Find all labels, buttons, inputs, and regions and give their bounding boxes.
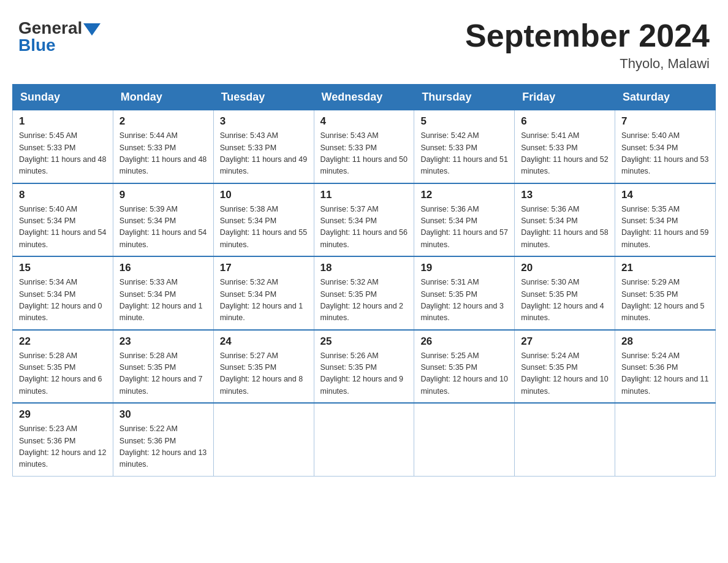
day-info: Sunrise: 5:39 AMSunset: 5:34 PMDaylight:… [119, 204, 207, 251]
calendar-cell: 15Sunrise: 5:34 AMSunset: 5:34 PMDayligh… [13, 256, 113, 330]
calendar-cell: 10Sunrise: 5:38 AMSunset: 5:34 PMDayligh… [213, 183, 314, 257]
location: Thyolo, Malawi [465, 56, 710, 72]
calendar-cell: 29Sunrise: 5:23 AMSunset: 5:36 PMDayligh… [13, 403, 113, 476]
calendar-cell: 21Sunrise: 5:29 AMSunset: 5:35 PMDayligh… [615, 256, 716, 330]
calendar-cell: 11Sunrise: 5:37 AMSunset: 5:34 PMDayligh… [314, 183, 414, 257]
day-info: Sunrise: 5:26 AMSunset: 5:35 PMDaylight:… [320, 350, 408, 398]
day-info: Sunrise: 5:27 AMSunset: 5:35 PMDaylight:… [220, 350, 308, 398]
calendar-cell [213, 403, 314, 476]
calendar-cell: 17Sunrise: 5:32 AMSunset: 5:34 PMDayligh… [213, 256, 314, 330]
day-info: Sunrise: 5:37 AMSunset: 5:34 PMDaylight:… [320, 204, 408, 251]
weekday-header-monday: Monday [113, 85, 213, 110]
day-number: 23 [119, 335, 207, 348]
day-number: 21 [621, 262, 709, 274]
day-number: 15 [19, 262, 107, 274]
day-number: 12 [420, 189, 508, 201]
day-info: Sunrise: 5:24 AMSunset: 5:35 PMDaylight:… [521, 350, 609, 398]
calendar-week-row: 22Sunrise: 5:28 AMSunset: 5:35 PMDayligh… [13, 330, 716, 404]
day-info: Sunrise: 5:24 AMSunset: 5:36 PMDaylight:… [621, 350, 709, 398]
day-info: Sunrise: 5:33 AMSunset: 5:34 PMDaylight:… [119, 277, 207, 324]
calendar-cell: 4Sunrise: 5:43 AMSunset: 5:33 PMDaylight… [314, 110, 414, 183]
day-info: Sunrise: 5:28 AMSunset: 5:35 PMDaylight:… [119, 350, 207, 398]
day-info: Sunrise: 5:40 AMSunset: 5:34 PMDaylight:… [19, 204, 107, 251]
page-header: General Blue September 2024 Thyolo, Mala… [12, 12, 716, 72]
day-number: 8 [19, 189, 107, 201]
day-number: 7 [621, 115, 709, 128]
day-info: Sunrise: 5:29 AMSunset: 5:35 PMDaylight:… [621, 277, 709, 324]
day-info: Sunrise: 5:22 AMSunset: 5:36 PMDaylight:… [119, 423, 207, 471]
calendar-cell [414, 403, 515, 476]
calendar-cell: 16Sunrise: 5:33 AMSunset: 5:34 PMDayligh… [113, 256, 213, 330]
calendar-cell [314, 403, 414, 476]
day-info: Sunrise: 5:28 AMSunset: 5:35 PMDaylight:… [19, 350, 107, 398]
day-info: Sunrise: 5:35 AMSunset: 5:34 PMDaylight:… [621, 204, 709, 251]
day-number: 20 [521, 262, 609, 274]
day-info: Sunrise: 5:25 AMSunset: 5:35 PMDaylight:… [420, 350, 508, 398]
logo-text-blue: Blue [18, 36, 56, 55]
day-info: Sunrise: 5:36 AMSunset: 5:34 PMDaylight:… [521, 204, 609, 251]
day-number: 11 [320, 189, 408, 201]
calendar-table: SundayMondayTuesdayWednesdayThursdayFrid… [12, 84, 716, 477]
weekday-header-tuesday: Tuesday [213, 85, 314, 110]
calendar-cell: 9Sunrise: 5:39 AMSunset: 5:34 PMDaylight… [113, 183, 213, 257]
day-number: 5 [420, 115, 508, 128]
day-number: 18 [320, 262, 408, 274]
day-info: Sunrise: 5:44 AMSunset: 5:33 PMDaylight:… [119, 130, 207, 178]
calendar-cell: 30Sunrise: 5:22 AMSunset: 5:36 PMDayligh… [113, 403, 213, 476]
day-number: 10 [220, 189, 308, 201]
day-number: 27 [521, 335, 609, 348]
day-number: 13 [521, 189, 609, 201]
day-info: Sunrise: 5:23 AMSunset: 5:36 PMDaylight:… [19, 423, 107, 471]
weekday-header-sunday: Sunday [13, 85, 113, 110]
calendar-week-row: 29Sunrise: 5:23 AMSunset: 5:36 PMDayligh… [13, 403, 716, 476]
day-number: 26 [420, 335, 508, 348]
day-info: Sunrise: 5:32 AMSunset: 5:35 PMDaylight:… [320, 277, 408, 324]
calendar-cell: 5Sunrise: 5:42 AMSunset: 5:33 PMDaylight… [414, 110, 515, 183]
day-number: 25 [320, 335, 408, 348]
calendar-cell: 2Sunrise: 5:44 AMSunset: 5:33 PMDaylight… [113, 110, 213, 183]
calendar-cell: 28Sunrise: 5:24 AMSunset: 5:36 PMDayligh… [615, 330, 716, 404]
day-number: 28 [621, 335, 709, 348]
calendar-cell: 1Sunrise: 5:45 AMSunset: 5:33 PMDaylight… [13, 110, 113, 183]
month-title: September 2024 [465, 18, 710, 53]
day-info: Sunrise: 5:42 AMSunset: 5:33 PMDaylight:… [420, 130, 508, 178]
day-number: 6 [521, 115, 609, 128]
day-info: Sunrise: 5:36 AMSunset: 5:34 PMDaylight:… [420, 204, 508, 251]
calendar-cell: 25Sunrise: 5:26 AMSunset: 5:35 PMDayligh… [314, 330, 414, 404]
calendar-cell: 3Sunrise: 5:43 AMSunset: 5:33 PMDaylight… [213, 110, 314, 183]
calendar-cell: 19Sunrise: 5:31 AMSunset: 5:35 PMDayligh… [414, 256, 515, 330]
calendar-week-row: 8Sunrise: 5:40 AMSunset: 5:34 PMDaylight… [13, 183, 716, 257]
calendar-cell: 18Sunrise: 5:32 AMSunset: 5:35 PMDayligh… [314, 256, 414, 330]
weekday-header-thursday: Thursday [414, 85, 515, 110]
calendar-cell: 26Sunrise: 5:25 AMSunset: 5:35 PMDayligh… [414, 330, 515, 404]
logo: General Blue [18, 18, 100, 55]
calendar-week-row: 1Sunrise: 5:45 AMSunset: 5:33 PMDaylight… [13, 110, 716, 183]
day-info: Sunrise: 5:30 AMSunset: 5:35 PMDaylight:… [521, 277, 609, 324]
day-info: Sunrise: 5:43 AMSunset: 5:33 PMDaylight:… [220, 130, 308, 178]
calendar-cell: 12Sunrise: 5:36 AMSunset: 5:34 PMDayligh… [414, 183, 515, 257]
day-info: Sunrise: 5:45 AMSunset: 5:33 PMDaylight:… [19, 130, 107, 178]
calendar-cell [615, 403, 716, 476]
calendar-cell: 22Sunrise: 5:28 AMSunset: 5:35 PMDayligh… [13, 330, 113, 404]
calendar-cell: 27Sunrise: 5:24 AMSunset: 5:35 PMDayligh… [515, 330, 615, 404]
day-info: Sunrise: 5:41 AMSunset: 5:33 PMDaylight:… [521, 130, 609, 178]
calendar-cell: 6Sunrise: 5:41 AMSunset: 5:33 PMDaylight… [515, 110, 615, 183]
day-info: Sunrise: 5:34 AMSunset: 5:34 PMDaylight:… [19, 277, 107, 324]
day-number: 1 [19, 115, 107, 128]
day-number: 16 [119, 262, 207, 274]
weekday-header-friday: Friday [515, 85, 615, 110]
day-number: 17 [220, 262, 308, 274]
day-info: Sunrise: 5:32 AMSunset: 5:34 PMDaylight:… [220, 277, 308, 324]
day-info: Sunrise: 5:38 AMSunset: 5:34 PMDaylight:… [220, 204, 308, 251]
calendar-cell: 24Sunrise: 5:27 AMSunset: 5:35 PMDayligh… [213, 330, 314, 404]
calendar-cell: 23Sunrise: 5:28 AMSunset: 5:35 PMDayligh… [113, 330, 213, 404]
day-number: 29 [19, 408, 107, 421]
day-info: Sunrise: 5:31 AMSunset: 5:35 PMDaylight:… [420, 277, 508, 324]
day-info: Sunrise: 5:40 AMSunset: 5:34 PMDaylight:… [621, 130, 709, 178]
calendar-cell: 20Sunrise: 5:30 AMSunset: 5:35 PMDayligh… [515, 256, 615, 330]
calendar-cell [515, 403, 615, 476]
logo-triangle-icon [83, 23, 100, 36]
weekday-header-wednesday: Wednesday [314, 85, 414, 110]
calendar-cell: 7Sunrise: 5:40 AMSunset: 5:34 PMDaylight… [615, 110, 716, 183]
day-number: 3 [220, 115, 308, 128]
